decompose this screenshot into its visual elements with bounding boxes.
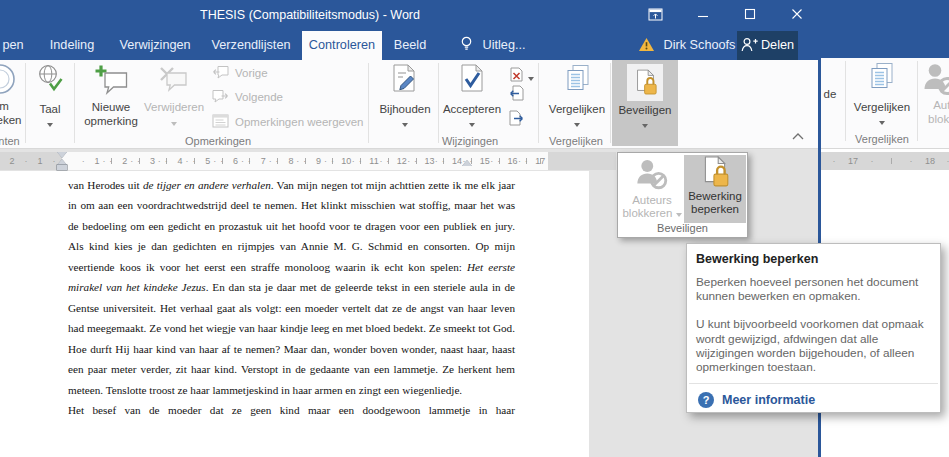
accept-change-button[interactable]: Accepteren [440, 103, 504, 116]
reject-change-dropdown[interactable] [526, 71, 536, 83]
signed-in-user[interactable]: Dirk Schoofs [638, 31, 735, 60]
chevron-down-icon [879, 121, 885, 125]
user-name: Dirk Schoofs [664, 38, 736, 52]
document-page[interactable]: van Herodes uit de tijger en andere verh… [0, 171, 589, 457]
behind-partial-label: de [821, 88, 841, 101]
next-comment-icon [212, 89, 229, 104]
group-divider [845, 61, 846, 141]
compare-icon [563, 64, 593, 94]
language-button[interactable]: Taal [30, 103, 70, 116]
ruler-front: 21··1··2··3··4··5··6··7··8··9··10··11··1… [0, 152, 616, 170]
language-icon [37, 64, 63, 92]
compare-button[interactable]: Vergelijken [545, 103, 609, 116]
close-button[interactable] [780, 0, 814, 28]
menu-item-block-authors[interactable]: Auteurs blokkeren [621, 155, 683, 223]
show-comments-icon [212, 114, 229, 128]
behind-compare-dropdown[interactable] [848, 115, 916, 127]
next-change-icon[interactable] [509, 110, 524, 126]
tellme-button[interactable]: Uitleg... [460, 31, 526, 60]
first-line-indent-marker[interactable] [57, 152, 67, 158]
smart-lookup-label-2[interactable]: eken [0, 114, 24, 127]
behind-block-authors-label-2[interactable]: blokkeren [923, 113, 949, 126]
delete-comment-dropdown[interactable] [140, 116, 208, 128]
help-icon: ? [698, 392, 714, 408]
tellme-label: Uitleg... [483, 38, 526, 52]
reject-change-icon[interactable] [510, 67, 523, 82]
show-comments-button[interactable]: Opmerkingen weergeven [235, 116, 364, 128]
group-label-partial: nten [0, 134, 24, 148]
chevron-down-icon [676, 213, 682, 217]
left-indent-marker[interactable] [57, 165, 67, 170]
titlebar: THESIS (Compatibiliteitsmodus) - Word [0, 0, 818, 31]
minimize-button[interactable] [686, 0, 720, 28]
tooltip-paragraph-2: U kunt bijvoorbeeld voorkomen dat opmaak… [696, 317, 930, 374]
ribbon-display-options-icon [648, 8, 663, 21]
new-comment-label-2[interactable]: opmerking [80, 115, 142, 128]
group-divider [610, 63, 611, 143]
group-divider [438, 63, 439, 143]
previous-comment-button[interactable]: Vorige [235, 67, 268, 79]
compare-dropdown[interactable] [545, 117, 609, 129]
tab-verzendlijsten[interactable]: Verzendlijsten [202, 31, 300, 60]
protect-button-label: Beveiligen [613, 104, 677, 117]
track-changes-dropdown[interactable] [375, 117, 435, 129]
group-label-comments: Opmerkingen [158, 134, 278, 148]
share-button[interactable]: Delen [737, 31, 798, 60]
block-authors-icon [922, 61, 949, 97]
restrict-editing-label-1: Bewerking [684, 190, 746, 203]
behind-compare-button[interactable]: Vergelijken [848, 101, 916, 114]
tab-controleren[interactable]: Controleren [302, 31, 382, 60]
tab-verwijzingen[interactable]: Verwijzingen [110, 31, 200, 60]
smart-lookup-icon [0, 62, 18, 96]
window-title: THESIS (Compatibiliteitsmodus) - Word [120, 0, 500, 31]
group-divider [538, 63, 539, 143]
tooltip-title: Bewerking beperken [696, 252, 931, 266]
more-info-link[interactable]: Meer informatie [722, 393, 815, 407]
group-divider [368, 63, 369, 143]
collapse-ribbon-button[interactable] [790, 130, 806, 142]
language-dropdown[interactable] [30, 117, 70, 129]
restrict-editing-label-2: beperken [684, 203, 746, 216]
warning-icon [638, 37, 655, 52]
new-comment-label-1[interactable]: Nieuwe [80, 101, 142, 114]
ribbon-tab-row: pen Indeling Verwijzingen Verzendlijsten… [0, 31, 818, 60]
protect-menu: Auteurs blokkeren Bewerking beperken Bev… [617, 152, 748, 238]
protect-icon-tile [627, 64, 663, 101]
new-comment-icon [93, 63, 129, 95]
track-changes-icon [392, 64, 416, 92]
accept-change-dropdown[interactable] [440, 117, 504, 129]
protect-button[interactable]: Beveiligen [612, 60, 678, 146]
chevron-down-icon [528, 77, 534, 81]
next-comment-button[interactable]: Volgende [235, 91, 283, 103]
maximize-button[interactable] [733, 0, 767, 28]
menu-item-restrict-editing[interactable]: Bewerking beperken [684, 155, 746, 223]
behind-titlebar [821, 0, 949, 58]
restrict-editing-tooltip: Bewerking beperken Beperken hoeveel pers… [686, 243, 941, 413]
delete-comment-button[interactable]: Verwijderen [140, 101, 208, 114]
tab-indeling[interactable]: Indeling [36, 31, 108, 60]
delete-comment-icon [158, 65, 188, 93]
restrict-editing-lock-icon [701, 156, 729, 188]
behind-block-authors-label-1[interactable]: Auteurs [925, 99, 949, 112]
maximize-icon [744, 8, 756, 20]
more-info-row[interactable]: ? Meer informatie [698, 392, 815, 408]
ribbon-display-options-button[interactable] [638, 0, 672, 28]
group-divider [917, 61, 918, 141]
chevron-up-icon [792, 133, 804, 140]
accept-change-icon [460, 64, 484, 92]
share-person-icon [741, 37, 758, 52]
tab-partial-ontwerpen[interactable]: pen [0, 31, 26, 60]
close-icon [791, 8, 803, 20]
chevron-down-icon [171, 122, 177, 126]
smart-lookup-label-1[interactable]: m [0, 100, 12, 113]
group-divider [74, 63, 75, 143]
document-text[interactable]: van Herodes uit de tijger en andere verh… [68, 175, 515, 420]
track-changes-button[interactable]: Bijhouden [375, 103, 435, 116]
tab-beeld[interactable]: Beeld [384, 31, 436, 60]
screenshot-root: THESIS (Compatibiliteitsmodus) - Word pe… [0, 0, 949, 457]
protect-document-lock-icon [634, 69, 657, 96]
protect-dropdown [613, 118, 677, 130]
block-authors-label-1: Auteurs [621, 194, 683, 207]
previous-change-icon[interactable] [509, 85, 524, 101]
ruler-behind: 1718···· [821, 152, 949, 170]
